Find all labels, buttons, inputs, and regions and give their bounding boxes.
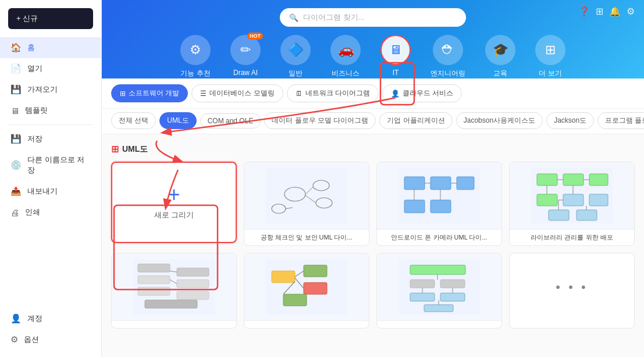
sidebar-item-options[interactable]: ⚙ 옵션 (0, 329, 101, 350)
topbar-feature[interactable]: ⚙ 기능 추천 (176, 35, 215, 78)
card-label-r2-3 (377, 320, 501, 328)
draw-ai-circle: ✏ HOT (230, 35, 261, 65)
card-airport[interactable]: 공항 체크인 및 보안 UML 다이... (244, 162, 369, 246)
business-circle: 🚗 (330, 35, 361, 65)
topbar: ❓ ⊞ 🔔 ⚙ 🔍 다이어그램 찾기... ⚙ 기능 추천 ✏ HOT Draw… (102, 0, 644, 78)
draw-ai-label: Draw AI (233, 69, 258, 77)
search-box[interactable]: 🔍 다이어그램 찾기... (280, 8, 466, 27)
sidebar-bottom: 👤 계정 ⚙ 옵션 (0, 304, 101, 357)
topbar-general[interactable]: 🔷 일반 (276, 35, 315, 78)
svg-rect-39 (177, 280, 209, 288)
topbar-more[interactable]: ⊞ 더 보기 (531, 35, 570, 78)
cat-database[interactable]: ☰ 데이터베이스 모델링 (191, 84, 283, 102)
plus-icon: + (168, 184, 180, 205)
filter-uml[interactable]: UML도 (159, 112, 196, 129)
svg-rect-20 (563, 174, 583, 185)
education-circle: 🎓 (485, 35, 515, 65)
svg-rect-25 (549, 210, 569, 220)
filter-flowchart[interactable]: 프로그램 플로우차 (597, 112, 644, 129)
topbar-engineering[interactable]: ⛑ 엔지니어링 (426, 35, 470, 78)
card-thumb-r2-1 (112, 254, 236, 320)
svg-rect-11 (457, 177, 474, 190)
topbar-draw-ai[interactable]: ✏ HOT Draw AI (226, 35, 265, 78)
sidebar-item-export[interactable]: 📤 내보내기 (0, 181, 101, 202)
search-row: 🔍 다이어그램 찾기... (113, 8, 632, 27)
it-circle: 🖥 (380, 35, 411, 65)
card-row2-2[interactable] (244, 253, 369, 329)
r2-3-svg (399, 259, 480, 315)
filter-all[interactable]: 전체 선택 (111, 112, 156, 129)
library-thumb-svg (531, 168, 613, 223)
template-icon: 🖥 (10, 106, 19, 116)
topbar-education[interactable]: 🎓 교육 (481, 35, 520, 78)
android-thumb-svg (399, 168, 480, 223)
cards-grid-row2: • • • (111, 253, 635, 329)
search-icon: 🔍 (289, 13, 298, 22)
file-icon: 📄 (10, 63, 22, 74)
settings-icon[interactable]: ⚙ (627, 6, 635, 17)
sidebar-item-import[interactable]: 💾 가져오기 (0, 79, 101, 100)
card-library[interactable]: 라이브러리 관리를 위한 배포 (509, 162, 635, 246)
cat-software[interactable]: ⊞ 소프트웨어 개발 (111, 84, 188, 102)
database-icon: ☰ (200, 90, 207, 98)
general-label: 일반 (289, 69, 303, 78)
svg-rect-46 (304, 265, 327, 277)
filter-com-ole[interactable]: COM and OLE (200, 113, 261, 128)
general-circle: 🔷 (280, 35, 311, 65)
new-button[interactable]: + 신규 (8, 8, 93, 29)
svg-rect-36 (138, 276, 170, 284)
card-row2-3[interactable] (376, 253, 502, 329)
svg-rect-26 (577, 210, 597, 220)
topbar-icons: ⚙ 기능 추천 ✏ HOT Draw AI 🔷 일반 🚗 비즈니스 🖥 IT (113, 35, 632, 78)
it-label: IT (393, 69, 399, 77)
card-thumb-r2-2 (244, 254, 369, 320)
svg-rect-45 (272, 271, 295, 283)
bell-icon[interactable]: 🔔 (609, 6, 621, 17)
sidebar-item-home[interactable]: 🏠 홈 (0, 37, 101, 58)
r2-2-svg (266, 259, 347, 315)
svg-rect-10 (430, 177, 451, 190)
cat-network[interactable]: 🗓 네트워크 다이어그램 (287, 84, 379, 102)
saveas-icon: 💿 (10, 160, 22, 170)
svg-rect-21 (589, 174, 608, 185)
topbar-it[interactable]: 🖥 IT (376, 35, 415, 78)
card-label-r2-1 (112, 320, 236, 328)
svg-rect-37 (138, 287, 170, 295)
sidebar: + 신규 🏠 홈 📄 열기 💾 가져오기 🖥 템플릿 💾 저장 💿 다른 이름으… (0, 0, 102, 357)
help-icon[interactable]: ❓ (578, 6, 590, 17)
import-icon: 💾 (10, 84, 22, 95)
filter-jacobson[interactable]: Jacobson사용케이스도 (456, 112, 543, 129)
card-thumb-r2-3 (377, 254, 501, 320)
feature-label: 기능 추천 (180, 69, 210, 78)
apps-icon[interactable]: ⊞ (596, 6, 603, 17)
airport-thumb-svg (266, 168, 347, 223)
card-android[interactable]: 안드로이드 폰 카메라 UML 다이... (376, 162, 502, 246)
filter-enterprise[interactable]: 기업 어플리케이션 (379, 112, 452, 129)
card-new[interactable]: + 새로 그리기 (111, 162, 237, 243)
topbar-business[interactable]: 🚗 비즈니스 (326, 35, 365, 78)
svg-rect-38 (177, 268, 209, 276)
sidebar-item-save-as[interactable]: 💿 다른 이름으로 저장 (0, 149, 101, 181)
filter-jackson[interactable]: Jackson도 (546, 112, 594, 129)
home-icon: 🏠 (10, 42, 22, 53)
sidebar-item-open[interactable]: 📄 열기 (0, 58, 101, 79)
sidebar-item-save[interactable]: 💾 저장 (0, 128, 101, 149)
svg-rect-54 (410, 280, 435, 288)
sidebar-item-template[interactable]: 🖥 템플릿 (0, 100, 101, 121)
cat-cloud[interactable]: 👤 클라우드 서비스 (382, 84, 462, 102)
sidebar-item-print[interactable]: 🖨 인쇄 (0, 202, 101, 223)
section-title: ⊞ UML도 (111, 144, 635, 155)
card-label-library: 라이브러리 관리를 위한 배포 (510, 229, 634, 245)
sidebar-item-account[interactable]: 👤 계정 (0, 308, 101, 329)
card-row2-1[interactable] (111, 253, 237, 329)
cloud-icon: 👤 (391, 90, 400, 98)
filter-data-flow[interactable]: 데이터 플로우 모델 다이어그램 (264, 112, 376, 129)
main-area: ❓ ⊞ 🔔 ⚙ 🔍 다이어그램 찾기... ⚙ 기능 추천 ✏ HOT Draw… (102, 0, 644, 357)
more-label: 더 보기 (539, 69, 561, 78)
filter-bar: 전체 선택 UML도 COM and OLE 데이터 플로우 모델 다이어그램 … (102, 109, 644, 134)
new-card-label: 새로 그리기 (154, 210, 194, 220)
section-icon: ⊞ (111, 144, 119, 155)
card-dots[interactable]: • • • (509, 253, 635, 329)
svg-rect-40 (177, 291, 209, 299)
engineering-circle: ⛑ (433, 35, 463, 65)
